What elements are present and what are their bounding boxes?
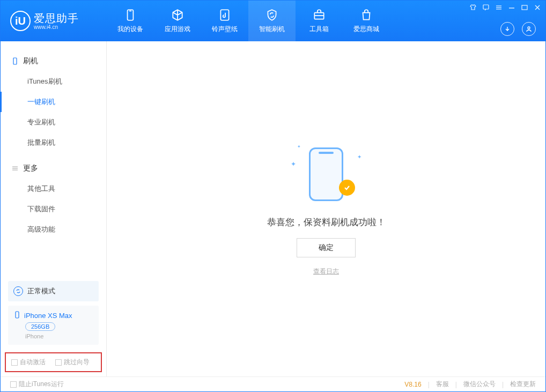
- nav-label: 智能刷机: [259, 25, 285, 34]
- nav-apps[interactable]: 应用游戏: [154, 1, 201, 41]
- sidebar-item-download-firmware[interactable]: 下载固件: [1, 199, 106, 219]
- minimize-icon[interactable]: [508, 4, 515, 11]
- success-illustration: ✦ ✦ ✦: [294, 142, 358, 206]
- nav-flash[interactable]: 智能刷机: [248, 1, 296, 41]
- sidebar: 刷机 iTunes刷机 一键刷机 专业刷机 批量刷机 更多 其他工具 下载固件 …: [1, 41, 107, 376]
- sidebar-item-advanced[interactable]: 高级功能: [1, 219, 106, 240]
- svg-point-12: [528, 27, 530, 29]
- header-actions: [500, 22, 536, 36]
- sidebar-item-oneclick-flash[interactable]: 一键刷机: [1, 92, 106, 112]
- sidebar-item-pro-flash[interactable]: 专业刷机: [1, 112, 106, 132]
- main-nav: 我的设备 应用游戏 铃声壁纸 智能刷机 工具箱 爱思商城: [107, 1, 390, 41]
- wechat-link[interactable]: 微信公众号: [463, 380, 496, 389]
- device-icon: [13, 311, 21, 320]
- close-icon[interactable]: [534, 4, 541, 11]
- phone-icon: [123, 8, 137, 22]
- support-link[interactable]: 客服: [436, 380, 449, 389]
- success-message: 恭喜您，保资料刷机成功啦！: [267, 216, 386, 228]
- brand-site: www.i4.cn: [34, 24, 79, 30]
- body: 刷机 iTunes刷机 一键刷机 专业刷机 批量刷机 更多 其他工具 下载固件 …: [1, 41, 545, 376]
- checkbox-skip-wizard[interactable]: 跳过向导: [55, 358, 90, 367]
- phone-illustration-icon: [309, 147, 343, 201]
- device-name: iPhone XS Max: [24, 312, 72, 320]
- nav-label: 工具箱: [309, 25, 329, 34]
- cube-icon: [171, 8, 185, 22]
- sidebar-section-flash: 刷机: [1, 51, 106, 71]
- nav-label: 应用游戏: [165, 25, 190, 34]
- device-storage: 256GB: [25, 322, 55, 331]
- ok-button[interactable]: 确定: [297, 238, 356, 257]
- brand-logo: iU 爱思助手 www.i4.cn: [10, 11, 107, 31]
- phone-outline-icon: [11, 57, 19, 65]
- check-update-link[interactable]: 检查更新: [510, 380, 536, 389]
- svg-rect-17: [16, 312, 19, 318]
- version-label: V8.16: [404, 381, 421, 388]
- device-type: iPhone: [25, 333, 93, 339]
- bag-icon: [359, 8, 373, 22]
- nav-my-device[interactable]: 我的设备: [107, 1, 154, 41]
- shield-refresh-icon: [265, 8, 279, 22]
- checkmark-badge-icon: [339, 180, 355, 196]
- logo-icon: iU: [10, 11, 31, 31]
- status-bar: 阻止iTunes运行 V8.16 | 客服 | 微信公众号 | 检查更新: [1, 376, 545, 391]
- music-file-icon: [218, 8, 232, 22]
- nav-toolbox[interactable]: 工具箱: [296, 1, 343, 41]
- user-button[interactable]: [522, 22, 536, 36]
- sidebar-item-other-tools[interactable]: 其他工具: [1, 179, 106, 199]
- nav-store[interactable]: 爱思商城: [343, 1, 390, 41]
- mode-card[interactable]: 正常模式: [8, 281, 99, 301]
- checkbox-block-itunes[interactable]: 阻止iTunes运行: [10, 380, 64, 389]
- svg-rect-2: [220, 10, 228, 20]
- flash-options-highlighted: 自动激活 跳过向导: [5, 352, 102, 372]
- brand-name: 爱思助手: [34, 12, 79, 24]
- svg-rect-4: [483, 5, 489, 9]
- maximize-icon[interactable]: [521, 4, 528, 11]
- nav-label: 铃声壁纸: [212, 25, 238, 34]
- sidebar-item-batch-flash[interactable]: 批量刷机: [1, 132, 106, 153]
- shirt-icon[interactable]: [469, 4, 477, 11]
- view-log-link[interactable]: 查看日志: [313, 267, 339, 276]
- sparkle-icon: ✦: [291, 160, 296, 168]
- sync-icon: [13, 286, 23, 296]
- sidebar-section-more: 更多: [1, 158, 106, 179]
- mode-label: 正常模式: [27, 286, 55, 296]
- menu-lines-icon: [11, 165, 19, 172]
- nav-label: 我的设备: [117, 25, 143, 34]
- download-button[interactable]: [500, 22, 514, 36]
- device-card[interactable]: iPhone XS Max 256GB iPhone: [8, 306, 99, 345]
- menu-icon[interactable]: [495, 4, 503, 11]
- checkbox-auto-activate[interactable]: 自动激活: [11, 358, 46, 367]
- nav-label: 爱思商城: [353, 25, 379, 34]
- nav-ringtones[interactable]: 铃声壁纸: [201, 1, 248, 41]
- sparkle-icon: ✦: [357, 154, 361, 160]
- main-panel: ✦ ✦ ✦ 恭喜您，保资料刷机成功啦！ 确定 查看日志: [107, 41, 545, 376]
- sidebar-item-itunes-flash[interactable]: iTunes刷机: [1, 71, 106, 92]
- app-header: iU 爱思助手 www.i4.cn 我的设备 应用游戏 铃声壁纸 智能刷机 工具…: [1, 1, 545, 41]
- toolbox-icon: [312, 8, 326, 22]
- sparkle-icon: ✦: [297, 144, 301, 149]
- window-controls: [469, 4, 541, 11]
- svg-rect-13: [13, 58, 17, 64]
- feedback-icon[interactable]: [482, 4, 490, 11]
- svg-rect-9: [522, 5, 527, 10]
